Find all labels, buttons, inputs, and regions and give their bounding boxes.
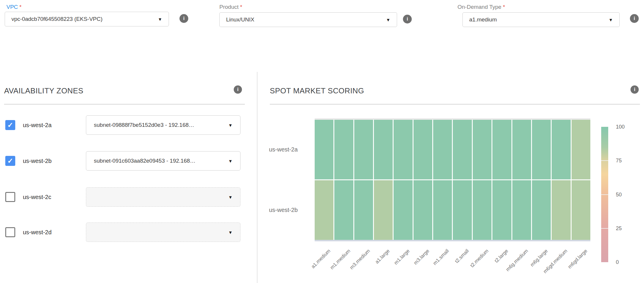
product-info-icon[interactable]: i: [403, 15, 412, 23]
colorbar-tick-75: 75: [616, 157, 636, 164]
chevron-down-icon: ▼: [228, 230, 233, 235]
heatmap-cell-us-west-2a-m1.medium: [334, 120, 353, 179]
heatmap-cell-us-west-2b-m3.large: [413, 180, 432, 240]
colorbar-separator: [601, 160, 608, 161]
product-select[interactable]: Linux/UNIX ▼: [219, 12, 397, 27]
zone-row-us-west-2a: ✓ us-west-2a subnet-09888f7be5152d0e3 - …: [5, 115, 245, 135]
zone-checkbox-us-west-2d[interactable]: [5, 227, 15, 237]
heatmap-cell-us-west-2a-t2.medium: [473, 120, 492, 179]
heatmap-cell-us-west-2a-a1.medium: [315, 120, 333, 179]
chevron-down-icon: ▼: [609, 17, 613, 22]
heatmap-bottom-edge: [315, 240, 590, 241]
colorbar-separator: [601, 194, 608, 195]
spot-market-scoring-info-icon[interactable]: i: [631, 85, 639, 94]
heatmap-cell-us-west-2a-m3.medium: [354, 120, 373, 179]
zone-label-us-west-2d: us-west-2d: [23, 223, 52, 242]
heatmap-cell-us-west-2a-m1.large: [394, 120, 412, 179]
subnet-select-value: subnet-09888f7be5152d0e3 - 192.168…: [94, 122, 194, 128]
vpc-select[interactable]: vpc-0adcb70f645508223 (EKS-VPC) ▼: [5, 12, 169, 26]
heatmap-cell-us-west-2b-m3.medium: [354, 180, 373, 240]
ondemand-label-text: On-Demand Type: [457, 4, 501, 10]
ondemand-type-select[interactable]: a1.medium ▼: [462, 12, 620, 27]
zone-checkbox-us-west-2b[interactable]: ✓: [5, 156, 15, 166]
heatmap-cell-us-west-2a-t2.small: [453, 120, 472, 179]
vpc-info-icon[interactable]: i: [179, 14, 188, 23]
heatmap-cell-us-west-2b-t2.medium: [473, 180, 492, 240]
colorbar-tick-25: 25: [616, 225, 636, 232]
chevron-down-icon: ▼: [386, 17, 390, 22]
colorbar-tick-0: 0: [616, 259, 636, 266]
zone-row-us-west-2b: ✓ us-west-2b subnet-091c603aa82e09453 - …: [5, 151, 245, 171]
heatmap-cell-us-west-2b-a1.medium: [315, 180, 333, 240]
availability-zones-title: AVAILABILITY ZONES: [4, 86, 83, 95]
check-icon: ✓: [7, 157, 13, 164]
colorbar-tick-100: 100: [616, 123, 636, 130]
spot-scoring-heatmap: [315, 120, 590, 240]
heatmap-cell-us-west-2b-m1.medium: [334, 180, 353, 240]
zone-label-us-west-2b: us-west-2b: [23, 151, 52, 171]
check-icon: ✓: [7, 122, 13, 129]
required-asterisk: *: [240, 4, 242, 10]
heatmap-cell-us-west-2a-m6g.medium: [512, 120, 531, 179]
colorbar-tick-50: 50: [616, 191, 636, 198]
heatmap-cell-us-west-2b-t2.large: [492, 180, 511, 240]
heatmap-cell-us-west-2b-m6gd.large: [572, 180, 590, 240]
zone-checkbox-us-west-2a[interactable]: ✓: [5, 120, 15, 130]
heatmap-cell-us-west-2a-m6gd.medium: [552, 120, 570, 179]
chevron-down-icon: ▼: [228, 123, 233, 128]
availability-zones-info-icon[interactable]: i: [234, 85, 242, 94]
product-select-value: Linux/UNIX: [226, 16, 254, 23]
heatmap-colorbar: [601, 127, 608, 262]
section-vertical-divider: [257, 72, 257, 283]
zone-row-us-west-2c: us-west-2c ▼: [5, 187, 245, 207]
subnet-select-us-west-2b[interactable]: subnet-091c603aa82e09453 - 192.168… ▼: [86, 151, 240, 171]
heatmap-cell-us-west-2b-t2.small: [453, 180, 472, 240]
ondemand-select-value: a1.medium: [469, 16, 497, 23]
heatmap-cell-us-west-2b-m6gd.medium: [552, 180, 570, 240]
zone-checkbox-us-west-2c[interactable]: [5, 192, 15, 202]
y-axis-label-us-west-2b: us-west-2b: [257, 207, 298, 213]
product-label-text: Product: [219, 4, 238, 10]
spot-market-scoring-title: SPOT MARKET SCORING: [270, 86, 364, 95]
spot-instance-config-page: VPC* vpc-0adcb70f645508223 (EKS-VPC) ▼ i…: [0, 0, 644, 283]
chevron-down-icon: ▼: [228, 195, 233, 200]
ondemand-info-icon[interactable]: i: [630, 14, 639, 23]
heatmap-cell-us-west-2b-m1.small: [433, 180, 452, 240]
subnet-select-us-west-2c[interactable]: ▼: [86, 187, 240, 207]
heatmap-cell-us-west-2a-m1.small: [433, 120, 452, 179]
heatmap-cell-us-west-2b-a1.large: [374, 180, 393, 240]
heatmap-cell-us-west-2a-m6g.large: [532, 120, 551, 179]
product-field-label: Product*: [219, 4, 242, 10]
vpc-select-value: vpc-0adcb70f645508223 (EKS-VPC): [11, 16, 103, 22]
heatmap-cell-us-west-2b-m6g.medium: [512, 180, 531, 240]
vpc-field-label: VPC*: [6, 4, 21, 10]
required-asterisk: *: [503, 4, 505, 10]
required-asterisk: *: [19, 4, 21, 10]
colorbar-separator: [601, 228, 608, 229]
zone-label-us-west-2a: us-west-2a: [23, 115, 52, 135]
zone-label-us-west-2c: us-west-2c: [23, 187, 51, 207]
heatmap-cell-us-west-2b-m1.large: [394, 180, 412, 240]
heatmap-cell-us-west-2a-t2.large: [492, 120, 511, 179]
y-axis-label-us-west-2a: us-west-2a: [257, 146, 298, 153]
zone-row-us-west-2d: us-west-2d ▼: [5, 223, 245, 242]
subnet-select-us-west-2a[interactable]: subnet-09888f7be5152d0e3 - 192.168… ▼: [86, 115, 240, 135]
chevron-down-icon: ▼: [158, 17, 162, 22]
vpc-label-text: VPC: [6, 4, 18, 10]
heatmap-cell-us-west-2a-m3.large: [413, 120, 432, 179]
heatmap-cell-us-west-2a-a1.large: [374, 120, 393, 179]
subnet-select-us-west-2d[interactable]: ▼: [86, 223, 240, 242]
subnet-select-value: subnet-091c603aa82e09453 - 192.168…: [94, 158, 196, 164]
availability-zones-divider: [4, 104, 245, 105]
ondemand-field-label: On-Demand Type*: [457, 4, 505, 10]
chevron-down-icon: ▼: [228, 159, 233, 164]
heatmap-cell-us-west-2b-m6g.large: [532, 180, 551, 240]
spot-market-scoring-divider: [270, 104, 640, 105]
heatmap-cell-us-west-2a-m6gd.large: [572, 120, 590, 179]
